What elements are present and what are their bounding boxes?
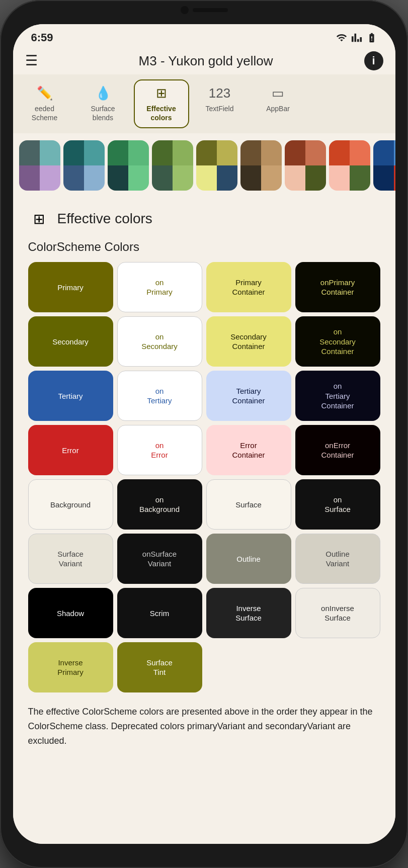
tab-seeded[interactable]: ✏️ eededScheme <box>17 79 72 128</box>
tab-textfield[interactable]: 123 TextField <box>192 79 248 128</box>
phone-shell: 6:59 ☰ M3 - Yukon gold yellow i ✏️ eeded… <box>0 0 408 868</box>
swatch-6[interactable] <box>240 140 282 191</box>
appbar-icon: ▭ <box>272 85 284 101</box>
color-on-primary-container: onPrimaryContainer <box>295 262 380 312</box>
section-icon: ⊞ <box>28 208 50 230</box>
color-empty-1 <box>206 642 291 692</box>
status-bar: 6:59 <box>13 24 395 47</box>
color-on-tertiary: onTertiary <box>117 371 202 421</box>
color-empty-2 <box>295 642 380 692</box>
swatch-2[interactable] <box>63 140 105 191</box>
color-shadow: Shadow <box>28 588 113 638</box>
status-icons <box>336 32 377 43</box>
top-bar: ☰ M3 - Yukon gold yellow i <box>13 47 395 74</box>
swatch-7[interactable] <box>285 140 326 191</box>
surface-icon: 💧 <box>95 85 111 101</box>
app-title: M3 - Yukon gold yellow <box>48 53 364 69</box>
color-on-error-container: onErrorContainer <box>295 425 380 475</box>
color-inverse-primary: InversePrimary <box>28 642 113 692</box>
color-outline-variant: OutlineVariant <box>295 534 380 584</box>
swatch-1[interactable] <box>19 140 60 191</box>
color-on-surface: onSurface <box>295 479 380 530</box>
signal-icon <box>351 32 362 43</box>
color-secondary: Secondary <box>28 316 113 367</box>
seeded-icon: ✏️ <box>37 85 53 101</box>
color-on-background: onBackground <box>117 479 202 530</box>
footer-text: The effective ColorScheme colors are pre… <box>28 705 380 748</box>
color-scrim: Scrim <box>117 588 202 638</box>
color-tertiary-container: TertiaryContainer <box>206 371 291 421</box>
color-error: Error <box>28 425 113 475</box>
section-header: ⊞ Effective colors <box>28 208 380 230</box>
color-surface-variant: SurfaceVariant <box>28 534 113 584</box>
swatch-4[interactable] <box>152 140 193 191</box>
info-button[interactable]: i <box>364 51 383 70</box>
menu-icon[interactable]: ☰ <box>25 54 38 68</box>
color-tertiary: Tertiary <box>28 371 113 421</box>
effective-icon: ⊞ <box>156 85 167 101</box>
color-on-secondary-container: onSecondaryContainer <box>295 316 380 367</box>
status-time: 6:59 <box>31 31 53 44</box>
speaker-bar <box>193 8 228 12</box>
nav-tabs: ✏️ eededScheme 💧 Surfaceblends ⊞ Effecti… <box>13 74 395 133</box>
color-on-primary: onPrimary <box>117 262 202 312</box>
color-on-surface-variant: onSurfaceVariant <box>117 534 202 584</box>
battery-icon <box>366 32 377 43</box>
swatch-3[interactable] <box>108 140 149 191</box>
subsection-title: ColorScheme Colors <box>28 240 380 254</box>
swatches-row <box>13 133 395 198</box>
swatch-8[interactable] <box>329 140 370 191</box>
textfield-icon: 123 <box>209 85 230 101</box>
phone-screen: 6:59 ☰ M3 - Yukon gold yellow i ✏️ eeded… <box>13 24 395 844</box>
wifi-icon <box>336 32 347 43</box>
section-title: Effective colors <box>57 211 152 227</box>
color-on-inverse-surface: onInverseSurface <box>295 588 380 638</box>
color-primary: Primary <box>28 262 113 312</box>
color-on-tertiary-container: onTertiaryContainer <box>295 371 380 421</box>
color-surface: Surface <box>206 479 291 530</box>
color-surface-tint: SurfaceTint <box>117 642 202 692</box>
color-outline: Outline <box>206 534 291 584</box>
tab-surface[interactable]: 💧 Surfaceblends <box>75 79 131 128</box>
color-error-container: ErrorContainer <box>206 425 291 475</box>
color-background: Background <box>28 479 113 530</box>
color-secondary-container: SecondaryContainer <box>206 316 291 367</box>
color-grid: Primary onPrimary PrimaryContainer onPri… <box>28 262 380 692</box>
camera-dot <box>181 6 189 14</box>
main-content: ⊞ Effective colors ColorScheme Colors Pr… <box>13 198 395 844</box>
color-on-error: onError <box>117 425 202 475</box>
tab-effective[interactable]: ⊞ Effectivecolors <box>134 79 189 128</box>
color-primary-container: PrimaryContainer <box>206 262 291 312</box>
color-inverse-surface: InverseSurface <box>206 588 291 638</box>
color-on-secondary: onSecondary <box>117 316 202 367</box>
swatch-9[interactable] <box>373 140 395 191</box>
camera-area <box>181 6 228 14</box>
swatch-5[interactable] <box>196 140 237 191</box>
tab-appbar[interactable]: ▭ AppBar <box>251 79 306 128</box>
